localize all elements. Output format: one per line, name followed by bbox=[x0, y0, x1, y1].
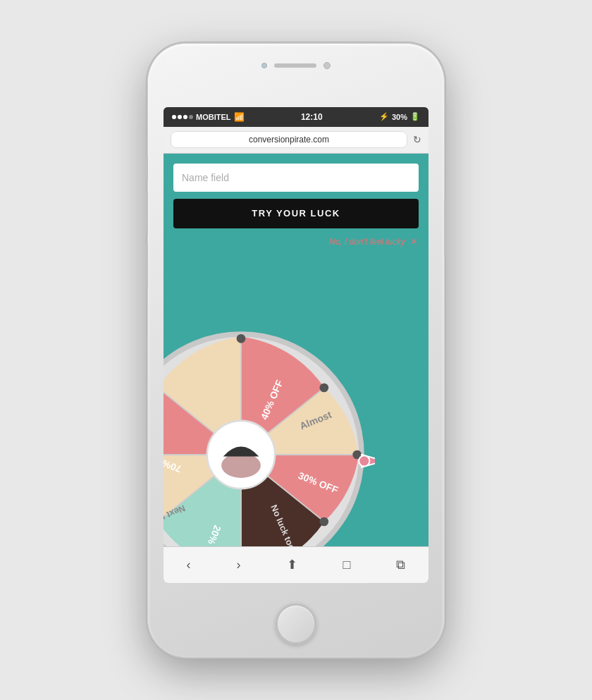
camera-sensor bbox=[323, 62, 331, 69]
pin-tr bbox=[319, 383, 328, 392]
no-lucky-label[interactable]: No, I don't feel lucky bbox=[329, 237, 405, 247]
wheel-svg: 40% OFF Almost 30% OFF No luck today 20%… bbox=[164, 321, 375, 546]
power-button bbox=[444, 199, 447, 255]
status-time: 12:10 bbox=[301, 112, 323, 122]
nav-tabs-icon[interactable]: ⧉ bbox=[396, 558, 405, 572]
battery-label: 30% bbox=[392, 113, 407, 121]
status-bar: MOBITEL 📶 12:10 ⚡ 30% 🔋 bbox=[164, 107, 428, 127]
pin-top bbox=[237, 334, 246, 343]
page-content: Name field TRY YOUR LUCK No, I don't fee… bbox=[164, 154, 428, 546]
close-icon[interactable]: × bbox=[411, 235, 417, 248]
phone-screen: MOBITEL 📶 12:10 ⚡ 30% 🔋 conversionpirate… bbox=[164, 107, 428, 583]
nav-back-icon[interactable]: ‹ bbox=[187, 558, 191, 572]
volume-down-button bbox=[145, 245, 148, 287]
name-placeholder: Name field bbox=[182, 172, 229, 183]
url-field[interactable]: conversionpirate.com bbox=[171, 131, 407, 148]
nav-forward-icon[interactable]: › bbox=[237, 558, 241, 572]
battery-icon: 🔋 bbox=[410, 112, 420, 121]
no-lucky-row: No, I don't feel lucky × bbox=[173, 235, 419, 248]
try-luck-button[interactable]: TRY YOUR LUCK bbox=[173, 199, 419, 228]
speaker bbox=[274, 63, 316, 68]
phone-mockup: MOBITEL 📶 12:10 ⚡ 30% 🔋 conversionpirate… bbox=[148, 44, 444, 657]
signal-dot-3 bbox=[183, 115, 187, 119]
home-button[interactable] bbox=[276, 603, 316, 644]
refresh-icon[interactable]: ↻ bbox=[413, 134, 421, 145]
carrier-label: MOBITEL bbox=[196, 113, 231, 121]
front-camera bbox=[261, 63, 267, 68]
browser-bottom-nav: ‹ › ⬆ □ ⧉ bbox=[164, 546, 428, 583]
signal-dot-1 bbox=[172, 115, 176, 119]
svg-point-1 bbox=[359, 455, 369, 466]
signal-dot-2 bbox=[178, 115, 182, 119]
spin-wheel: 40% OFF Almost 30% OFF No luck today 20%… bbox=[164, 321, 375, 546]
mute-button bbox=[145, 156, 148, 180]
nav-share-icon[interactable]: ⬆ bbox=[287, 557, 297, 572]
pirate-head bbox=[221, 453, 261, 477]
signal-bars bbox=[172, 115, 193, 119]
pin-br bbox=[319, 517, 328, 526]
status-right: ⚡ 30% 🔋 bbox=[379, 112, 420, 121]
bluetooth-icon: ⚡ bbox=[379, 112, 389, 121]
phone-top-area bbox=[261, 62, 331, 69]
wheel-pointer bbox=[359, 455, 375, 467]
browser-url-bar: conversionpirate.com ↻ bbox=[164, 127, 428, 154]
signal-dot-4 bbox=[189, 115, 193, 119]
status-left: MOBITEL 📶 bbox=[172, 112, 245, 122]
wifi-icon: 📶 bbox=[234, 112, 245, 122]
name-input-field[interactable]: Name field bbox=[173, 164, 419, 192]
volume-up-button bbox=[145, 192, 148, 234]
nav-bookmarks-icon[interactable]: □ bbox=[343, 558, 351, 572]
